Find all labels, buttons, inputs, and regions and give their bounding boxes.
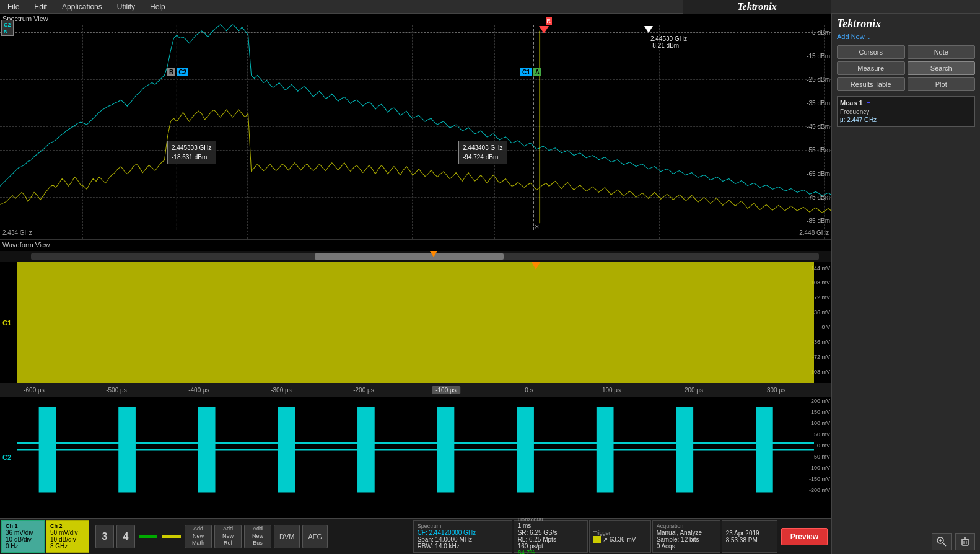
- cursor-a-tooltip: 2.443403 GHz -94.724 dBm: [458, 141, 507, 164]
- svg-rect-8: [118, 449, 136, 492]
- r-marker: R: [539, 26, 549, 33]
- afg-btn[interactable]: AFG: [302, 525, 328, 548]
- svg-rect-21: [676, 407, 693, 449]
- waveform-view: Waveform View 144 mV: [0, 240, 831, 518]
- panel-btn-row-3: Results Table Plot: [832, 76, 980, 92]
- trigger-slope-icon: ↗: [603, 536, 608, 543]
- time-label-7: 0 s: [525, 387, 533, 394]
- time-label-4: -300 μs: [271, 387, 292, 394]
- results-table-button[interactable]: Results Table: [837, 77, 905, 91]
- plot-button[interactable]: Plot: [908, 77, 976, 91]
- r-marker-tooltip: 2.44530 GHz -8.21 dBm: [650, 35, 687, 49]
- svg-rect-6: [39, 449, 56, 492]
- ch1-label: C1: [2, 319, 11, 327]
- preview-button[interactable]: Preview: [781, 528, 828, 545]
- acquisition-status: Acquisition Manual, Analyze Sample: 12 b…: [652, 520, 720, 553]
- svg-rect-14: [357, 449, 375, 492]
- scrollbar-track[interactable]: [31, 253, 819, 260]
- ch2-area: 200 mV 150 mV 100 mV 50 mV 0 mV -50 mV -…: [0, 397, 831, 518]
- t-marker-waveform: [532, 262, 540, 270]
- ch2-label: C2: [2, 454, 11, 461]
- svg-rect-18: [517, 449, 534, 492]
- add-ref-btn[interactable]: Add New Ref: [214, 525, 242, 548]
- cursor-c1-badge: C1: [520, 68, 532, 76]
- ch-indicator-yellow: [162, 535, 181, 538]
- svg-rect-20: [597, 449, 614, 492]
- menu-help[interactable]: Help: [147, 1, 168, 12]
- panel-btn-row-1: Cursors Note: [832, 44, 980, 60]
- svg-text:×: ×: [535, 222, 539, 231]
- menu-bar: File Edit Applications Utility Help Tekt…: [0, 0, 980, 14]
- svg-rect-15: [437, 407, 455, 449]
- measure-button[interactable]: Measure: [837, 61, 905, 75]
- ch2-icon: C2N: [1, 20, 14, 36]
- meas-frequency-label: Frequency: [840, 108, 972, 116]
- ch2-ylabel-4: 50 mV: [814, 431, 830, 437]
- panel-btn-row-2: Measure Search: [832, 60, 980, 76]
- t-marker-scroll: [430, 251, 437, 257]
- cursor-b-badge: B: [167, 68, 175, 76]
- tektronix-logo: Tektronix: [832, 14, 980, 32]
- time-label-3: -400 μs: [188, 387, 209, 394]
- svg-rect-22: [676, 449, 693, 492]
- search-button[interactable]: Search: [908, 61, 976, 75]
- svg-rect-9: [198, 407, 216, 449]
- svg-rect-11: [278, 407, 295, 449]
- svg-rect-5: [39, 407, 56, 449]
- right-panel: Tektronix Add New... Cursors Note Measur…: [831, 14, 980, 554]
- ch1-status: Ch 1 36 mV/div 10 dB/div 0 Hz: [1, 520, 45, 553]
- menu-applications[interactable]: Applications: [59, 1, 105, 12]
- scrollbar-thumb[interactable]: [315, 253, 504, 260]
- svg-rect-16: [437, 449, 455, 492]
- svg-rect-24: [756, 449, 773, 492]
- zoom-icon-btn[interactable]: [932, 533, 952, 550]
- ch1-ylabel-5: 0 V: [821, 324, 830, 330]
- meas-frequency-value: μ: 2.447 GHz: [840, 116, 972, 124]
- svg-rect-23: [756, 407, 773, 449]
- time-label-8: 100 μs: [602, 387, 621, 394]
- waveform-scrollbar[interactable]: [0, 251, 831, 262]
- scope-area: Spectrum View C2N B C2 C1 A R: [0, 14, 831, 554]
- trash-icon-btn[interactable]: [955, 533, 975, 550]
- dvm-btn[interactable]: DVM: [274, 525, 300, 548]
- num3-btn[interactable]: 3: [95, 525, 114, 548]
- time-label-6: -100 μs: [432, 386, 460, 394]
- menu-edit[interactable]: Edit: [32, 1, 50, 12]
- add-bus-btn[interactable]: Add New Bus: [244, 525, 271, 548]
- time-label-1: -600 μs: [24, 387, 45, 394]
- add-math-btn[interactable]: Add New Math: [185, 525, 212, 548]
- ch1-ylabel-6: -36 mV: [812, 339, 830, 345]
- ch1-ylabel-7: -72 mV: [812, 354, 830, 360]
- tool-buttons-area: 3 4 Add New Math Add New Ref Add New Bus…: [90, 520, 412, 553]
- delta-marker: [644, 26, 653, 33]
- datetime-status: 23 Apr 2019 8:53:38 PM: [722, 520, 777, 553]
- ch1-ylabel-3: 72 mV: [814, 294, 830, 301]
- trigger-ch-indicator: [593, 536, 601, 543]
- svg-rect-7: [118, 407, 136, 449]
- add-new-button[interactable]: Add New...: [837, 33, 975, 40]
- num4-btn[interactable]: 4: [116, 525, 135, 548]
- brand-logo: Tektronix: [683, 0, 831, 14]
- menu-utility[interactable]: Utility: [115, 1, 138, 12]
- cursors-button[interactable]: Cursors: [837, 45, 905, 59]
- svg-rect-12: [278, 449, 295, 492]
- ch1-signal-fill: [17, 262, 814, 383]
- ch2-status: Ch 2 50 mV/div 10 dB/div 8 GHz: [46, 520, 89, 553]
- svg-rect-19: [597, 407, 614, 449]
- preview-btn-container: Preview: [779, 520, 830, 553]
- time-label-5: -200 μs: [353, 387, 374, 394]
- ch2-pulses-svg: [17, 397, 814, 518]
- horizontal-status: Horizontal 1 ms SR: 6.25 GS/s RL: 6.25 M…: [514, 520, 588, 553]
- ch1-ylabel-4: 36 mV: [814, 309, 830, 315]
- ch2-ylabel-5: 0 mV: [817, 442, 830, 449]
- spectrum-view: Spectrum View C2N B C2 C1 A R: [0, 14, 831, 240]
- meas-title-row: Meas 1: [840, 99, 972, 107]
- note-button[interactable]: Note: [908, 45, 976, 59]
- meas-panel: Meas 1 Frequency μ: 2.447 GHz: [837, 96, 975, 127]
- menu-file[interactable]: File: [5, 1, 22, 12]
- spectrum-status: Spectrum CF: 2.44120000 GHz Span: 14.000…: [413, 520, 512, 553]
- meas-ch-badge: [867, 102, 870, 103]
- time-label-2: -500 μs: [106, 387, 127, 394]
- svg-rect-29: [962, 540, 968, 545]
- cursor-b-tooltip: 2.445303 GHz -18.631 dBm: [167, 141, 216, 164]
